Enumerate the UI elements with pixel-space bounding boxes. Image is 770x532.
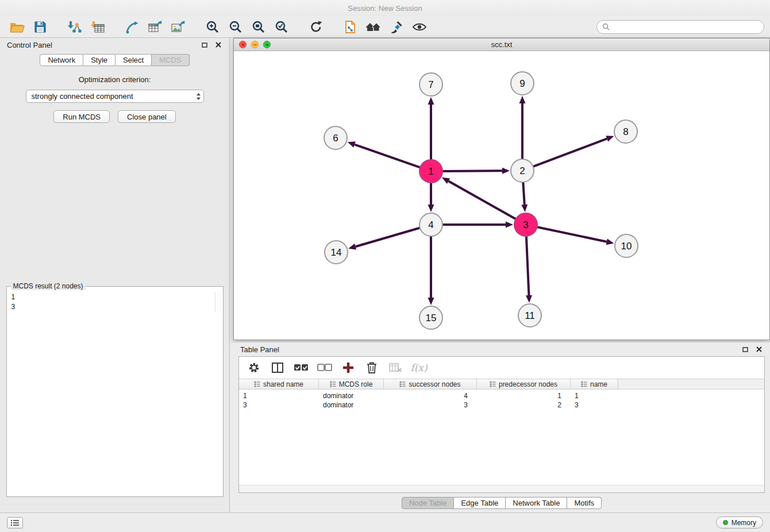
float-panel-button[interactable]: [201, 41, 209, 49]
show-column-button[interactable]: [270, 360, 285, 375]
table-panel: Table Panel: [233, 342, 770, 512]
graph-edge-3-10[interactable]: [536, 227, 607, 242]
tab-motifs[interactable]: Motifs: [567, 497, 602, 509]
table-row[interactable]: 1dominator411: [239, 391, 764, 400]
graph-node-label: 15: [426, 313, 437, 323]
tab-mcds[interactable]: MCDS: [152, 54, 189, 66]
zoom-in-button[interactable]: [203, 18, 222, 36]
import-network-button[interactable]: [65, 18, 84, 36]
panel-list-button[interactable]: [7, 517, 23, 529]
graph-edge-1-2[interactable]: [441, 171, 502, 171]
graph-edge-4-14[interactable]: [356, 228, 421, 246]
export-image-button[interactable]: [168, 18, 188, 36]
graph-edge-2-8[interactable]: [532, 138, 607, 167]
graph-edge-2-3[interactable]: [523, 181, 525, 205]
graph-edge-1-6[interactable]: [355, 145, 421, 168]
table-cell-predecessor-nodes[interactable]: 1: [477, 392, 571, 400]
graph-edge-3-1[interactable]: [448, 181, 517, 219]
table-panel-body: f(x) shared nameMCDS rolesuccessor nodes…: [238, 356, 765, 493]
network-canvas[interactable]: 7968124314101511: [234, 51, 769, 340]
mcds-result-line: 3: [11, 302, 218, 312]
network-overview-button[interactable]: [364, 18, 383, 36]
tab-style[interactable]: Style: [83, 54, 116, 66]
horizontal-scrollbar[interactable]: [239, 485, 764, 492]
result-scrollbar[interactable]: [215, 292, 221, 313]
zoom-fit-button[interactable]: [249, 18, 268, 36]
tab-node-table[interactable]: Node Table: [402, 497, 455, 509]
save-session-button[interactable]: [30, 18, 50, 36]
table-arrow-icon: [148, 20, 163, 34]
function-builder-button[interactable]: f(x): [411, 360, 426, 375]
criterion-dropdown[interactable]: strongly connected component: [26, 90, 204, 103]
table-cell-shared-name[interactable]: 1: [239, 392, 319, 400]
delete-column-button[interactable]: [364, 360, 379, 375]
refresh-icon: [309, 20, 323, 34]
function-icon: f(x): [410, 362, 427, 373]
graph-node-label: 2: [519, 165, 525, 176]
sort-icon: [490, 381, 496, 387]
close-panel-button-x[interactable]: [214, 41, 222, 49]
memory-label: Memory: [732, 519, 756, 527]
table-header-row: shared nameMCDS rolesuccessor nodesprede…: [239, 379, 764, 390]
graph-edge-3-11[interactable]: [526, 235, 529, 295]
table-toolbar: f(x): [239, 357, 764, 379]
apply-style-button[interactable]: [387, 18, 406, 36]
network-window-titlebar[interactable]: scc.txt: [234, 38, 769, 51]
tab-select[interactable]: Select: [116, 54, 152, 66]
trash-icon: [366, 361, 378, 374]
tab-network-table[interactable]: Network Table: [506, 497, 567, 509]
close-icon: [215, 42, 221, 48]
window-titlebar: Session: New Session: [0, 0, 770, 16]
window-close-button[interactable]: [239, 41, 247, 48]
export-network-button[interactable]: [122, 18, 142, 36]
table-cell-name[interactable]: 3: [571, 401, 618, 409]
column-header-shared-name[interactable]: shared name: [239, 379, 319, 389]
table-cell-successor-nodes[interactable]: 4: [384, 392, 477, 400]
float-icon: [742, 347, 748, 352]
graph-edge-arrowhead: [348, 141, 356, 147]
float-table-panel-button[interactable]: [741, 345, 749, 353]
refresh-view-button[interactable]: [306, 18, 326, 36]
memory-status-icon: [723, 520, 728, 525]
column-header-predecessor-nodes[interactable]: predecessor nodes: [477, 379, 571, 389]
network-window: scc.txt 7968124314101511: [233, 38, 770, 340]
column-header-successor-nodes[interactable]: successor nodes: [384, 379, 477, 389]
deselect-all-button[interactable]: [317, 360, 332, 375]
table-cell-mcds-role[interactable]: dominator: [319, 392, 384, 400]
table-cell-successor-nodes[interactable]: 3: [384, 401, 477, 409]
destroy-table-button[interactable]: [388, 360, 403, 375]
export-table-button[interactable]: [145, 18, 165, 36]
table-settings-button[interactable]: [247, 360, 261, 375]
window-zoom-button[interactable]: [263, 41, 271, 48]
table-cell-shared-name[interactable]: 3: [239, 401, 319, 409]
memory-button[interactable]: Memory: [716, 516, 763, 529]
graph-edge-arrowhead: [428, 298, 434, 305]
tab-edge-table[interactable]: Edge Table: [454, 497, 506, 509]
select-all-button[interactable]: [294, 360, 309, 375]
open-file-button[interactable]: [7, 18, 27, 36]
column-header-name[interactable]: name: [571, 379, 618, 389]
table-cell-mcds-role[interactable]: dominator: [319, 401, 384, 409]
add-column-button[interactable]: [341, 360, 356, 375]
network-arrow-icon: [125, 20, 139, 34]
clipboard-network-button[interactable]: [341, 18, 360, 36]
zoom-selected-button[interactable]: [272, 18, 291, 36]
search-box[interactable]: [596, 20, 764, 34]
window-minimize-button[interactable]: [251, 41, 259, 48]
column-header-mcds-role[interactable]: MCDS role: [319, 379, 384, 389]
graph-edge-arrowhead: [428, 97, 434, 105]
tab-network[interactable]: Network: [40, 54, 83, 66]
zoom-glyph-icon: [265, 43, 270, 47]
show-graphics-button[interactable]: [410, 18, 429, 36]
table-cell-name[interactable]: 1: [571, 392, 618, 400]
control-panel: Control Panel NetworkStyleSelectMCDS Opt…: [0, 38, 230, 512]
zoom-out-button[interactable]: [226, 18, 245, 36]
close-panel-button[interactable]: Close panel: [118, 110, 176, 123]
close-table-panel-button[interactable]: [755, 345, 763, 353]
import-table-button[interactable]: [88, 18, 107, 36]
search-input[interactable]: [613, 22, 759, 31]
graph-node-label: 11: [525, 310, 535, 321]
run-mcds-button[interactable]: Run MCDS: [53, 110, 110, 123]
table-cell-predecessor-nodes[interactable]: 2: [477, 401, 571, 409]
table-row[interactable]: 3dominator323: [239, 400, 764, 410]
